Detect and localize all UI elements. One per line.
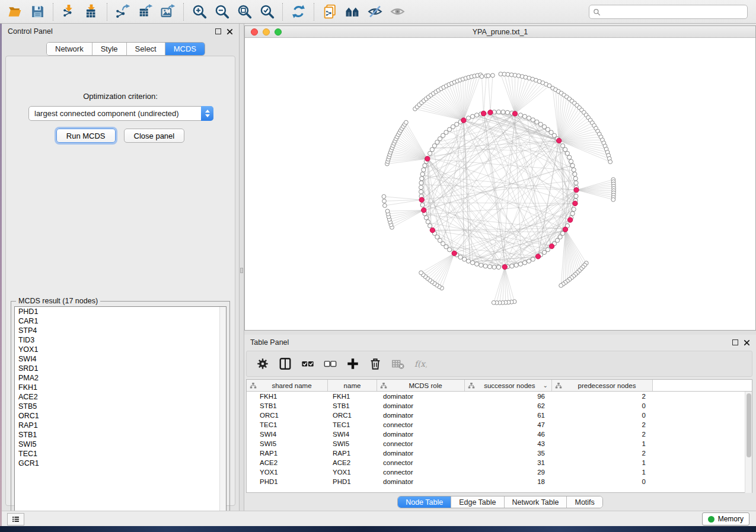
mcds-result-item[interactable]: GCR1 [15, 459, 226, 468]
cell-name: SWI5 [328, 440, 377, 447]
mcds-result-item[interactable]: PHD1 [15, 307, 226, 316]
table-row[interactable]: FKH1FKH1dominator962 [247, 392, 752, 401]
mcds-result-item[interactable]: SWI4 [15, 354, 226, 364]
header-filler [653, 380, 752, 391]
column-header-successor-nodes[interactable]: successor nodes⌄ [465, 380, 552, 391]
network-document-icon [323, 4, 337, 19]
table-row[interactable]: ORC1ORC1dominator610 [247, 411, 752, 420]
save-session-button[interactable] [26, 2, 49, 22]
show-hidden-button[interactable] [386, 2, 409, 22]
cell-name: ACE2 [328, 459, 377, 466]
table-scrollbar-thumb[interactable] [747, 393, 751, 457]
mcds-result-item[interactable]: STB5 [15, 402, 226, 411]
network-window-titlebar[interactable]: YPA_prune.txt_1 [245, 26, 755, 38]
float-panel-icon[interactable] [215, 28, 221, 34]
mcds-result-item[interactable]: SRD1 [15, 364, 226, 373]
zoom-selected-button[interactable] [256, 2, 278, 22]
close-table-panel-icon[interactable] [744, 339, 750, 346]
cell-predecessor-nodes: 0 [552, 402, 653, 409]
float-table-panel-icon[interactable] [732, 339, 738, 345]
tab-style[interactable]: Style [92, 43, 127, 55]
table-scrollbar[interactable] [745, 392, 752, 493]
run-mcds-button[interactable]: Run MCDS [56, 129, 116, 143]
column-layout-button[interactable] [275, 354, 295, 373]
vertical-splitter[interactable] [239, 24, 244, 511]
table-row[interactable]: TEC1TEC1connector472 [247, 420, 752, 430]
table-row[interactable]: PHD1PHD1dominator180 [247, 477, 752, 486]
mcds-result-item[interactable]: STB1 [15, 430, 226, 440]
desktop-wallpaper-left [0, 24, 2, 526]
table-row[interactable]: RAP1RAP1dominator352 [247, 448, 752, 458]
mcds-result-item[interactable]: ORC1 [15, 411, 226, 421]
cell-predecessor-nodes: 2 [552, 393, 653, 400]
desktop-wallpaper-bottom [0, 526, 756, 532]
mcds-result-item[interactable]: RAP1 [15, 421, 226, 430]
tab-select[interactable]: Select [127, 43, 165, 55]
mcds-result-list[interactable]: PHD1CAR1STP4TID3YOX1SWI4SRD1PMA2FKH1ACE2… [14, 306, 227, 515]
mcds-result-item[interactable]: YOX1 [15, 345, 226, 354]
table-settings-button[interactable] [253, 354, 273, 373]
network-graph[interactable] [245, 38, 755, 330]
table-row[interactable]: SWI5SWI5connector431 [247, 439, 752, 448]
column-header-shared-name[interactable]: shared name [247, 380, 328, 391]
new-network-from-selection-button[interactable] [318, 2, 341, 22]
mcds-result-item[interactable]: TEC1 [15, 449, 226, 459]
import-table-button[interactable] [80, 2, 103, 22]
table-row[interactable]: SWI4SWI4dominator462 [247, 430, 752, 439]
export-network-button[interactable] [111, 2, 134, 22]
delete-column-button[interactable] [365, 354, 385, 373]
cell-successor-nodes: 18 [465, 478, 552, 485]
column-header-name[interactable]: name [328, 380, 377, 391]
column-header-MCDS-role[interactable]: MCDS role [377, 380, 465, 391]
table-row[interactable]: STB1STB1dominator620 [247, 401, 752, 411]
add-column-button[interactable] [343, 354, 363, 373]
horizontal-splitter[interactable] [244, 331, 756, 335]
tab-network-table[interactable]: Network Table [505, 496, 567, 508]
first-neighbors-button[interactable] [341, 2, 363, 22]
close-panel-button[interactable]: Close panel [124, 129, 185, 143]
network-window: YPA_prune.txt_1 [244, 25, 756, 331]
table-row[interactable]: ACE2ACE2connector311 [247, 458, 752, 467]
memory-button[interactable]: Memory [702, 512, 749, 525]
mcds-result-item[interactable]: PMA2 [15, 373, 226, 383]
network-canvas[interactable] [245, 38, 755, 330]
mcds-result-item[interactable]: FKH1 [15, 383, 226, 392]
hide-selected-button[interactable] [363, 2, 386, 22]
mcds-result-item[interactable]: CAR1 [15, 316, 226, 326]
mcds-list-scrollbar[interactable] [219, 307, 226, 515]
mcds-result-item[interactable]: SWI5 [15, 440, 226, 449]
mcds-tab-content: Optimization criterion: largest connecte… [5, 56, 235, 506]
search-input[interactable] [601, 6, 744, 18]
mcds-result-item[interactable]: ACE2 [15, 392, 226, 402]
close-panel-icon[interactable] [227, 28, 233, 35]
task-history-button[interactable] [7, 513, 24, 525]
tab-edge-table[interactable]: Edge Table [451, 496, 504, 508]
tab-network[interactable]: Network [47, 43, 92, 55]
criterion-select[interactable]: largest connected component (undirected) [28, 106, 213, 121]
tab-motifs[interactable]: Motifs [567, 496, 602, 508]
cell-predecessor-nodes: 1 [552, 440, 653, 447]
zoom-out-button[interactable] [210, 2, 233, 22]
tab-node-table[interactable]: Node Table [398, 496, 451, 508]
mcds-result-item[interactable]: STP4 [15, 326, 226, 335]
column-header-predecessor-nodes[interactable]: predecessor nodes [552, 380, 653, 391]
function-builder-button [410, 354, 430, 373]
gear-icon [256, 357, 269, 370]
export-image-button[interactable] [157, 2, 179, 22]
tab-mcds[interactable]: MCDS [165, 43, 205, 55]
deselect-all-columns-button[interactable] [320, 354, 340, 373]
search-field[interactable] [589, 5, 748, 19]
search-icon [593, 8, 601, 16]
import-network-button[interactable] [58, 2, 80, 22]
mcds-result-item[interactable]: TID3 [15, 335, 226, 345]
toolbar-separator [183, 3, 184, 21]
cell-successor-nodes: 47 [465, 421, 552, 428]
open-session-button[interactable] [4, 2, 26, 22]
select-all-columns-button[interactable] [298, 354, 318, 373]
cell-MCDS-role: dominator [377, 478, 465, 485]
table-row[interactable]: YOX1YOX1connector291 [247, 467, 752, 477]
zoom-fit-button[interactable] [233, 2, 256, 22]
export-table-button[interactable] [134, 2, 157, 22]
apply-layout-button[interactable] [287, 2, 310, 22]
zoom-in-button[interactable] [188, 2, 210, 22]
